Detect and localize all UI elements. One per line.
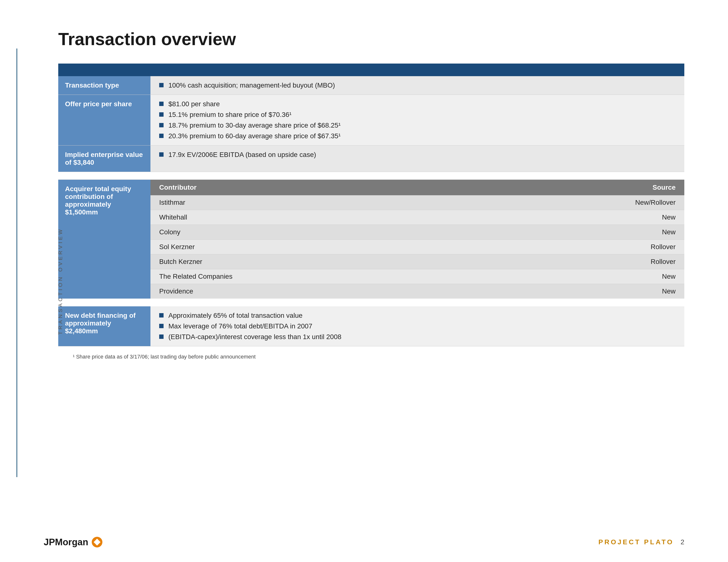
bullet-icon	[159, 152, 164, 157]
main-content: Transaction type 100% cash acquisition; …	[58, 64, 684, 360]
bullet-item: $81.00 per share	[159, 100, 676, 108]
contributor-name: The Related Companies	[159, 273, 232, 281]
sidebar-line	[17, 49, 17, 477]
enterprise-value-label: Implied enterprise value of $3,840	[58, 146, 150, 172]
contributor-row: Colony New	[150, 225, 684, 240]
bullet-icon	[159, 134, 164, 138]
contributor-row: The Related Companies New	[150, 269, 684, 284]
jpmorgan-logo: JPMorgan	[44, 537, 102, 547]
offer-price-label: Offer price per share	[58, 95, 150, 146]
project-plato-label: PROJECT PLATO	[598, 538, 674, 546]
top-header-bar	[58, 64, 684, 76]
bullet-item: Max leverage of 76% total debt/EBITDA in…	[159, 322, 676, 330]
debt-row: New debt financing of approximately $2,4…	[58, 306, 684, 346]
source-col-header: Source	[653, 184, 676, 191]
contributor-source: New	[662, 273, 676, 281]
contributor-source: Rollover	[651, 243, 676, 251]
page-number: 2	[680, 538, 684, 546]
bullet-item: 17.9x EV/2006E EBITDA (based on upside c…	[159, 151, 676, 159]
contributor-source: New	[662, 214, 676, 221]
bullet-icon	[159, 112, 164, 117]
debt-label: New debt financing of approximately $2,4…	[58, 306, 150, 346]
contributor-row: Providence New	[150, 284, 684, 298]
page: TRANSACTION OVERVIEW Transaction overvie…	[0, 0, 728, 562]
bullet-item: 20.3% premium to 60-day average share pr…	[159, 132, 676, 140]
jpmorgan-text: JPMorgan	[44, 537, 88, 547]
footnote: ¹ Share price data as of 3/17/06; last t…	[73, 354, 684, 360]
enterprise-value-value: 17.9x EV/2006E EBITDA (based on upside c…	[150, 146, 684, 172]
contributor-source: New	[662, 287, 676, 295]
transaction-type-value: 100% cash acquisition; management-led bu…	[150, 76, 684, 95]
contributor-row: Butch Kerzner Rollover	[150, 255, 684, 269]
contributor-row: Sol Kerzner Rollover	[150, 240, 684, 255]
bullet-item: 15.1% premium to share price of $70.36¹	[159, 111, 676, 119]
contributor-source: New	[662, 228, 676, 236]
bullet-item: 18.7% premium to 30-day average share pr…	[159, 122, 676, 129]
acquirer-label: Acquirer total equity contribution of ap…	[58, 180, 150, 298]
footer-right: PROJECT PLATO 2	[598, 538, 684, 546]
contributor-name: Butch Kerzner	[159, 258, 202, 266]
overview-table: Transaction type 100% cash acquisition; …	[58, 76, 684, 180]
spacer	[58, 298, 684, 306]
svg-rect-0	[94, 539, 100, 545]
bullet-icon	[159, 324, 164, 328]
contributor-table: Contributor Source Istithmar New/Rollove…	[150, 180, 684, 298]
bullet-icon	[159, 83, 164, 87]
contributor-name: Colony	[159, 228, 180, 236]
bullet-item: Approximately 65% of total transaction v…	[159, 312, 676, 319]
footer: JPMorgan PROJECT PLATO 2	[44, 537, 684, 547]
enterprise-value-row: Implied enterprise value of $3,840 17.9x…	[58, 146, 684, 172]
contributor-source: Rollover	[651, 258, 676, 266]
contributor-row: Whitehall New	[150, 210, 684, 225]
jpmorgan-diamond-icon	[93, 538, 101, 546]
contributor-name: Sol Kerzner	[159, 243, 195, 251]
bullet-icon	[159, 313, 164, 317]
page-title: Transaction overview	[58, 29, 684, 49]
bullet-icon	[159, 334, 164, 339]
transaction-type-label: Transaction type	[58, 76, 150, 95]
bullet-icon	[159, 123, 164, 127]
debt-value: Approximately 65% of total transaction v…	[150, 306, 684, 346]
bullet-item: 100% cash acquisition; management-led bu…	[159, 82, 676, 89]
transaction-type-row: Transaction type 100% cash acquisition; …	[58, 76, 684, 95]
sidebar-label: TRANSACTION OVERVIEW	[57, 228, 64, 335]
contributor-name: Istithmar	[159, 199, 185, 207]
contributor-header: Contributor Source	[150, 180, 684, 195]
contributor-name: Whitehall	[159, 214, 187, 221]
contributor-source: New/Rollover	[635, 199, 676, 207]
spacer-row	[58, 172, 684, 180]
jpmorgan-icon	[92, 537, 102, 547]
contributor-col-header: Contributor	[159, 184, 197, 191]
contributor-row: Istithmar New/Rollover	[150, 195, 684, 210]
offer-price-value: $81.00 per share 15.1% premium to share …	[150, 95, 684, 146]
debt-table: New debt financing of approximately $2,4…	[58, 306, 684, 346]
contributor-name: Providence	[159, 287, 193, 295]
bullet-item: (EBITDA-capex)/interest coverage less th…	[159, 333, 676, 341]
offer-price-row: Offer price per share $81.00 per share 1…	[58, 95, 684, 146]
bullet-icon	[159, 102, 164, 106]
contributor-section: Acquirer total equity contribution of ap…	[58, 180, 684, 298]
